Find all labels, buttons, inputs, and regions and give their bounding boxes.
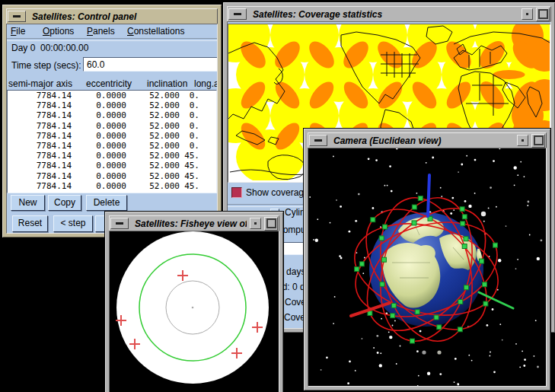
- table-cell: 0.0000: [72, 161, 126, 171]
- iconify-icon[interactable]: [250, 218, 261, 229]
- table-row[interactable]: 7784.140.000052.0000.: [8, 121, 216, 131]
- table-cell: 7784.14: [8, 151, 72, 161]
- window-title: Camera (Euclidean view): [330, 135, 514, 146]
- table-cell: 52.000: [126, 181, 180, 191]
- window-fisheye-view: Satellites: Fisheye view of the sky: [104, 211, 284, 392]
- delete-button[interactable]: Delete: [86, 195, 127, 211]
- table-cell: 0.: [180, 100, 199, 110]
- table-cell: 0.: [180, 91, 199, 100]
- table-cell: 7784.14: [8, 121, 72, 131]
- window-title: Satellites: Coverage statistics: [250, 9, 518, 20]
- table-cell: 7784.14: [8, 131, 72, 141]
- table-row[interactable]: 7784.140.000052.0000.: [8, 131, 216, 141]
- col-header-eccentricity: eccentricity: [86, 78, 132, 89]
- table-cell: 45.: [180, 181, 199, 191]
- fisheye-sky-view: [110, 231, 279, 392]
- table-cell: 7784.14: [8, 91, 72, 100]
- table-cell: 7784.14: [8, 181, 72, 191]
- table-row[interactable]: 7784.140.000052.0000.: [8, 91, 216, 100]
- table-cell: 52.000: [126, 161, 180, 171]
- titlebar-fisheye[interactable]: Satellites: Fisheye view of the sky: [109, 215, 279, 231]
- sim-time-display: Day 0 00:00:00.00: [11, 43, 88, 53]
- table-row[interactable]: 7784.140.000052.00045.: [8, 171, 216, 181]
- step-back-button[interactable]: < step: [53, 215, 93, 232]
- table-cell: 52.000: [126, 121, 180, 131]
- table-row[interactable]: 7784.140.000052.0000.: [8, 100, 216, 110]
- table-cell: 52.000: [126, 131, 180, 141]
- new-button[interactable]: New: [11, 195, 45, 211]
- maximize-icon[interactable]: [536, 8, 550, 21]
- table-cell: 0.0000: [72, 110, 126, 120]
- table-cell: 0.0000: [72, 171, 126, 181]
- table-row[interactable]: 7784.140.000052.00045.: [8, 181, 216, 191]
- table-cell: 45.: [180, 161, 199, 171]
- menu-separator: [7, 38, 217, 41]
- minimize-icon[interactable]: [110, 218, 129, 229]
- table-cell: 0.0000: [72, 91, 126, 100]
- copy-button[interactable]: Copy: [48, 195, 81, 211]
- iconify-icon[interactable]: [522, 8, 533, 20]
- table-cell: 7784.14: [8, 171, 72, 181]
- table-row[interactable]: 7784.140.000052.0000.: [8, 141, 216, 151]
- table-cell: 0.: [180, 121, 199, 131]
- table-cell: 0.0000: [72, 121, 126, 131]
- table-cell: 52.000: [126, 171, 180, 181]
- table-cell: 0.0000: [72, 141, 126, 151]
- menu-constellations[interactable]: Constellations: [127, 26, 184, 37]
- table-row[interactable]: 7784.140.000052.00045.: [8, 161, 216, 171]
- window-control-panel: Satellites: Control panel File Options P…: [2, 4, 222, 238]
- window-title: Satellites: Control panel: [29, 11, 216, 22]
- iconify-icon[interactable]: [517, 135, 528, 146]
- table-cell: 0.0000: [72, 100, 126, 110]
- earth-3d-view[interactable]: [308, 148, 546, 386]
- col-header-inclination: inclination: [147, 78, 187, 89]
- table-cell: 52.000: [126, 100, 180, 110]
- window-title: Satellites: Fisheye view of the sky: [132, 218, 247, 229]
- table-cell: 7784.14: [8, 110, 72, 120]
- satellite-table[interactable]: 7784.140.000052.0000.7784.140.000052.000…: [7, 90, 217, 193]
- table-row[interactable]: 7784.140.000052.00045.: [8, 151, 216, 161]
- minimize-icon[interactable]: [309, 135, 327, 146]
- show-coverage-checkbox[interactable]: [231, 187, 242, 198]
- titlebar-coverage[interactable]: Satellites: Coverage statistics: [227, 6, 551, 22]
- table-cell: 52.000: [126, 110, 180, 120]
- titlebar-camera[interactable]: Camera (Euclidean view): [308, 132, 547, 148]
- table-cell: 0.: [180, 110, 199, 120]
- col-header-semimajor: semi-major axis: [8, 78, 72, 89]
- time-step-input[interactable]: [83, 57, 218, 72]
- table-cell: 52.000: [126, 151, 180, 161]
- table-cell: 52.000: [126, 91, 180, 100]
- maximize-icon[interactable]: [531, 134, 545, 148]
- table-cell: 7784.14: [8, 141, 72, 151]
- maximize-icon[interactable]: [264, 217, 278, 231]
- menu-panels[interactable]: Panels: [87, 26, 115, 37]
- show-coverage-label: Show coverage: [246, 187, 309, 198]
- time-step-label: Time step (secs):: [11, 60, 81, 71]
- reset-button[interactable]: Reset: [12, 215, 48, 232]
- minimize-icon[interactable]: [8, 11, 26, 22]
- table-cell: 0.: [180, 131, 199, 141]
- menu-options[interactable]: Options: [43, 26, 74, 37]
- table-cell: 0.0000: [72, 151, 126, 161]
- window-camera-view: Camera (Euclidean view): [303, 128, 551, 391]
- table-cell: 45.: [180, 171, 199, 181]
- minimize-icon[interactable]: [228, 8, 247, 20]
- table-cell: 0.: [180, 141, 199, 151]
- titlebar-control-panel[interactable]: Satellites: Control panel: [6, 8, 218, 24]
- table-cell: 0.0000: [72, 131, 126, 141]
- table-cell: 45.: [180, 151, 199, 161]
- col-header-longasc: long.as: [194, 78, 218, 89]
- menu-file[interactable]: File: [11, 26, 25, 37]
- table-cell: 7784.14: [8, 100, 72, 110]
- table-cell: 0.0000: [72, 181, 126, 191]
- desktop: Satellites: Control panel File Options P…: [0, 0, 555, 392]
- table-row[interactable]: 7784.140.000052.0000.: [8, 110, 216, 120]
- table-cell: 7784.14: [8, 161, 72, 171]
- table-cell: 52.000: [126, 141, 180, 151]
